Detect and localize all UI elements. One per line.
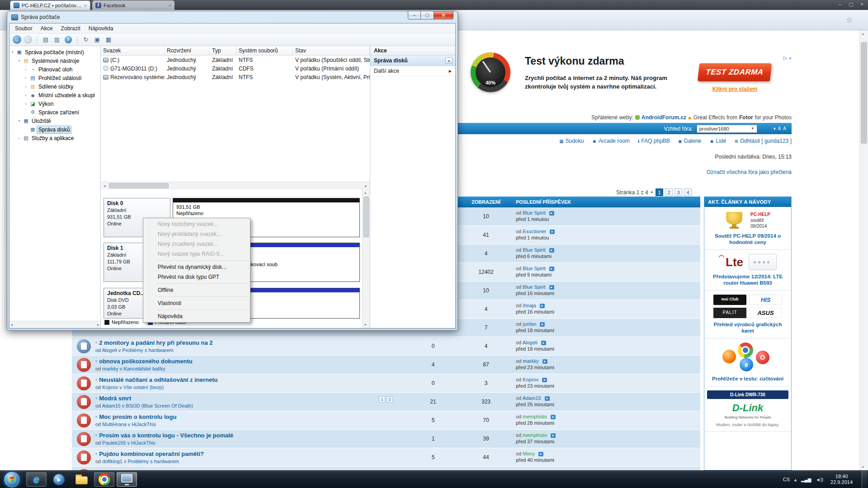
tree-item[interactable]: ▹ ◪ Výkon [9,99,100,108]
topic-forum-link[interactable]: Vše ostatní (bezp) [123,385,164,390]
topic-row[interactable]: Pujdou kombinovat operační paměti? od dr… [72,448,700,467]
page-number-button[interactable]: 3 [675,188,682,196]
topic-row[interactable]: 2 monitory a padání hry při přesunu na 2… [72,337,700,356]
topic-author-link[interactable]: Koprov [102,385,118,390]
topic-row[interactable]: Moc prosím o kontrolu logu od MultiHrana… [72,411,700,430]
browser-close-button[interactable]: × [861,1,863,7]
tab-close-icon[interactable]: × [84,3,87,8]
tree-item[interactable]: ▹ ◔ Plánovač úloh [9,65,100,74]
page-scrollbar[interactable] [859,30,868,470]
window-titlebar[interactable]: Správa počítače – ▢ × [7,11,458,23]
topic-forum-link[interactable]: HiJackThis [131,440,156,446]
maximize-button[interactable]: ▢ [421,11,434,19]
scroll-right-icon[interactable]: ▸ [362,182,370,189]
tree-item[interactable]: ▹ ☻ Místní uživatelé a skupi [9,91,100,99]
last-post-author-link[interactable]: Blue Spirit [523,210,545,216]
androidforum-link[interactable]: AndroidForum.cz [642,114,686,121]
sidebar-article-link[interactable]: Přehled výrobců grafických karet [707,321,788,334]
tree-expander-icon[interactable]: ▹ [16,136,22,140]
topic-page-links[interactable]: 1 2 [379,396,393,403]
goto-last-post-icon[interactable]: ▸ [540,322,545,327]
context-menu-item[interactable]: Nový prokládaný svazek... [144,229,249,239]
taskbar-explorer[interactable] [71,472,92,487]
tree-expander-icon[interactable]: ▹ [23,84,29,89]
nav-link[interactable]: ℹ FAQ phpBB [638,138,670,144]
nav-link[interactable]: ☻ Lidé [709,138,726,144]
console-tree-icon[interactable]: ▤ [41,35,51,45]
goto-last-post-icon[interactable]: ▸ [551,415,556,419]
actions-group-disk-management[interactable]: Správa disků ▲ [370,56,455,66]
goto-last-post-icon[interactable]: ▸ [550,230,555,234]
actions-more-item[interactable]: Další akce ▶ [370,66,455,76]
font-size-icons[interactable]: ▾AA [774,126,786,131]
nav-link[interactable]: ◉ Galerie [678,138,701,144]
tree-item[interactable]: ▹ ▧ Služby a aplikace [9,134,100,142]
last-post-author-link[interactable]: Alogeli [523,340,538,345]
network-icon[interactable] [801,477,811,482]
back-icon[interactable]: ← [13,35,21,44]
topic-author-link[interactable]: driftking1 [102,459,123,464]
col-svazek[interactable]: Svazek [101,46,165,55]
scrollbar-thumb[interactable] [861,42,867,144]
page-number-button[interactable]: 2 [665,188,673,196]
topic-title-link[interactable]: Pujdou kombinovat operační paměti? [95,450,401,457]
ad-close-icon[interactable]: × [789,56,792,61]
goto-last-post-icon[interactable]: ▸ [549,248,554,253]
goto-last-post-icon[interactable]: ▸ [549,285,554,290]
topic-row[interactable]: Prosím vás o kontrolu logu - Všechno je … [72,430,700,448]
goto-last-post-icon[interactable]: ▸ [551,433,556,438]
tree-expander-icon[interactable]: ▾ [16,119,22,123]
last-post-author-link[interactable]: memphisto [523,432,547,438]
topic-title-link[interactable]: Prosím vás o kontrolu logu - Všechno je … [95,432,401,439]
context-menu-item[interactable]: Převést na disk typu GPT [144,272,249,282]
taskbar-chrome[interactable] [94,472,114,487]
goto-last-post-icon[interactable]: ▸ [541,341,546,345]
last-post-author-link[interactable]: Adam15 [523,395,541,401]
skin-select[interactable]: prosilver1680 ▼ [697,125,757,133]
topic-row[interactable]: Neustálé načítaní a odhlašování z inerne… [72,374,700,393]
tree-expander-icon[interactable]: ▹ [23,93,29,97]
goto-last-post-icon[interactable]: ▸ [549,267,554,271]
tab-facebook[interactable]: f Facebook × [92,0,175,10]
close-button[interactable]: × [434,11,453,19]
help-icon[interactable]: ? [65,36,72,43]
context-menu-item[interactable]: Vlastnosti [144,298,249,308]
topic-title-link[interactable]: Modrá smrt [95,395,401,402]
rescan-disks-icon[interactable]: ▣ [92,35,102,45]
last-post-author-link[interactable]: Blue Spirit [523,284,545,290]
topic-author-link[interactable]: Alogeli [102,347,117,353]
goto-last-post-icon[interactable]: ▸ [549,211,554,216]
tree-hscrollbar[interactable]: ◂▸ [9,321,100,328]
scrollbar-thumb[interactable] [109,183,169,188]
tree-item[interactable]: ▾ ▤ Systémové nástroje [9,56,100,65]
last-post-author-link[interactable]: junfan [523,321,536,327]
topic-row[interactable]: Modrá smrt od Adam15 v BSOD (Blue Screen… [72,393,700,411]
topic-title-link[interactable]: Neustálé načítaní a odhlašování z inerne… [95,376,401,383]
browser-maximize-button[interactable]: ▢ [849,1,853,7]
context-menu-item[interactable] [157,310,248,310]
properties-icon[interactable]: ▥ [52,35,62,45]
nav-link[interactable]: ☻ Arcade room [592,138,629,144]
context-menu-item[interactable] [157,260,248,261]
taskbar-ie[interactable]: e [26,472,47,487]
context-menu-item[interactable]: Nový zrcadlený svazek... [144,239,249,249]
topic-forum-link[interactable]: BSOD (Blue Screen Of Death) [126,403,193,408]
disk-area-scrollbar[interactable] [362,189,370,328]
collapse-chevron-icon[interactable]: ▲ [445,57,453,64]
tab-close-icon[interactable]: × [169,3,171,8]
topic-forum-link[interactable]: HiJackThis [132,422,156,427]
last-post-author-link[interactable]: Blue Spirit [523,266,545,271]
sidebar-article-link[interactable]: Soutěž PC-HELP 09/2014 o hodnotné ceny [707,233,788,245]
last-post-author-link[interactable]: markky [523,358,538,364]
context-menu-item[interactable]: Převést na dynamický disk... [144,262,249,272]
scrollbar-thumb[interactable] [363,197,369,237]
topic-title-link[interactable]: obnova poškozeného dokumentu [95,358,401,365]
last-post-author-link[interactable]: memphisto [523,414,547,419]
taskbar-computer-management[interactable] [117,472,137,487]
last-post-author-link[interactable]: Blue Spirit [523,247,545,253]
volume-icon[interactable] [816,477,824,482]
tree-item[interactable]: ▹ ▥ Sdílené složky [9,82,100,91]
tree-expander-icon[interactable]: ▹ [23,67,29,71]
taskbar-media-player[interactable]: ▶ [49,472,69,487]
mark-read-link[interactable]: Označit všechna fóra jako přečtená [707,169,792,175]
